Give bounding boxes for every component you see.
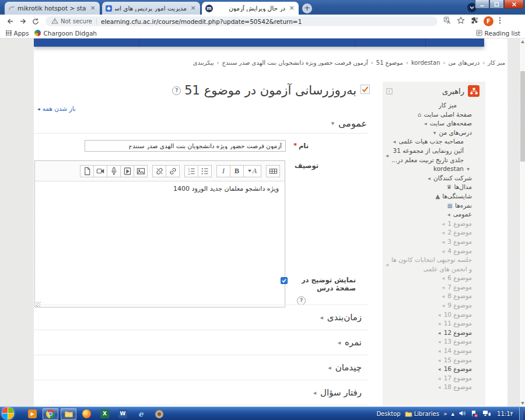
- editor-content[interactable]: ویژه دانشجو معلمان جدید الورود 1400: [35, 181, 285, 307]
- sidebar-item[interactable]: موضوع 10 ◀: [383, 310, 485, 320]
- unlink-button[interactable]: [152, 165, 166, 177]
- sidebar-item[interactable]: نمره‌ها ▦: [383, 201, 485, 211]
- microphone-button[interactable]: [107, 165, 121, 177]
- breadcrumb-item[interactable]: موضوع 51: [376, 60, 403, 66]
- bookmark-star-icon[interactable]: [457, 16, 465, 27]
- url-text[interactable]: elearning.cfu.ac.ir/course/modedit.php?u…: [101, 18, 302, 25]
- dock-block-icon[interactable]: [386, 86, 393, 97]
- sidebar-item[interactable]: صفحه‌های سایت ◀: [383, 119, 485, 128]
- sidebar-item[interactable]: موضوع 17 ◀: [383, 374, 485, 383]
- apps-shortcut[interactable]: Apps: [6, 30, 29, 37]
- sidebar-item[interactable]: مصاحبه جذب هیات علمی ◀: [383, 137, 485, 146]
- action-center-flag-icon[interactable]: [470, 410, 478, 419]
- name-input[interactable]: [85, 140, 286, 152]
- form-section-header[interactable]: چیدمان ◀: [34, 355, 369, 380]
- back-button[interactable]: [4, 16, 16, 27]
- sidebar-item[interactable]: عمومی ◀: [383, 210, 485, 219]
- firefox-taskbar-icon[interactable]: [79, 408, 94, 420]
- sidebar-item[interactable]: موضوع 15 ◀: [383, 356, 485, 365]
- unordered-list-button[interactable]: [198, 165, 212, 177]
- sidebar-item[interactable]: موضوع 13 ◀: [383, 337, 485, 346]
- minimize-button[interactable]: [475, 0, 489, 9]
- address-bar[interactable]: Not secure elearning.cfu.ac.ir/course/mo…: [46, 16, 438, 26]
- form-section-header[interactable]: رفتار سؤال ◀: [34, 380, 369, 405]
- scrollbar-thumb[interactable]: [520, 71, 525, 162]
- sidebar-item[interactable]: آئین رونمایی از مجموعه 31 جلدی تاریخ ترب…: [383, 146, 485, 164]
- translate-icon[interactable]: [443, 16, 452, 27]
- sidebar-item[interactable]: موضوع 18 ◀: [383, 383, 485, 392]
- chrome-taskbar-icon[interactable]: [43, 408, 58, 420]
- tab-chargoon[interactable]: مدیریت امور پردیس های استان کردستان ×: [102, 2, 200, 15]
- sidebar-item[interactable]: درس‌های من ▼: [383, 128, 485, 138]
- sidebar-item[interactable]: موضوع 8 ◀: [383, 292, 485, 301]
- form-section-header[interactable]: نمره ◀: [34, 330, 369, 355]
- tab-close-icon[interactable]: ×: [89, 5, 96, 12]
- sidebar-item[interactable]: موضوع 11 ◀: [383, 319, 485, 328]
- scroll-down-icon[interactable]: [521, 402, 524, 405]
- font-menu-button[interactable]: A: [243, 165, 261, 177]
- show-hidden-icons[interactable]: ▲: [452, 412, 454, 416]
- sidebar-item[interactable]: ▼ kordestan: [383, 164, 485, 174]
- sidebar-item[interactable]: موضوع 2 ◀: [383, 228, 485, 237]
- bold-button[interactable]: B: [230, 165, 244, 177]
- reading-list-button[interactable]: Reading list: [476, 30, 520, 37]
- bookmark-chargoon[interactable]: Chargoon Didgah: [34, 30, 96, 37]
- breadcrumb-item[interactable]: درس‌های من: [448, 60, 480, 66]
- sidebar-item[interactable]: شایستگی‌ها ▲: [383, 192, 485, 201]
- media-button[interactable]: [120, 165, 134, 177]
- italic-button[interactable]: I: [216, 165, 230, 177]
- network-icon[interactable]: [482, 410, 491, 418]
- tab-quiz-edit[interactable]: m در حال ویرایش آزمون ×: [202, 2, 299, 15]
- desktop-toolbar-label[interactable]: Desktop: [376, 411, 400, 417]
- sidebar-item[interactable]: موضوع 16 ◀: [383, 365, 485, 374]
- section-header-general[interactable]: عمومی ▼: [331, 118, 367, 129]
- close-button[interactable]: [504, 0, 524, 9]
- sidebar-item[interactable]: موضوع 12 ◀: [383, 328, 485, 338]
- help-icon[interactable]: ?: [297, 296, 306, 305]
- tab-close-icon[interactable]: ×: [190, 5, 197, 12]
- toggle-toolbar-button[interactable]: [266, 165, 280, 177]
- browser-scrollbar[interactable]: [519, 38, 525, 407]
- sidebar-item[interactable]: جلسه توجیهی انتخابات کانون ها و انجمن ها…: [383, 256, 485, 274]
- breadcrumb-item[interactable]: kordestan: [411, 60, 440, 66]
- start-button[interactable]: [2, 407, 14, 419]
- form-section-header[interactable]: زمان‌بندی ◀: [34, 305, 369, 330]
- help-icon[interactable]: ?: [172, 86, 181, 95]
- ordered-list-button[interactable]: 123: [184, 165, 198, 177]
- profile-avatar[interactable]: F: [484, 16, 494, 26]
- sidebar-item[interactable]: موضوع 7 ◀: [383, 283, 485, 292]
- sidebar-item[interactable]: صفحهٔ اصلی سایت ⌂: [383, 110, 485, 120]
- sidebar-item[interactable]: مدال‌ها ♛: [383, 183, 485, 192]
- image-button[interactable]: [134, 165, 148, 177]
- sidebar-item[interactable]: موضوع 6 ◀: [383, 274, 485, 283]
- media-player-icon[interactable]: ▶: [24, 408, 40, 420]
- sidebar-item[interactable]: موضوع 9 ◀: [383, 301, 485, 310]
- show-description-checkbox[interactable]: [281, 277, 288, 284]
- application-icon[interactable]: [151, 408, 167, 420]
- libraries-toolbar[interactable]: Libraries: [405, 411, 439, 417]
- taskbar-clock[interactable]: 11:1۴: [495, 411, 515, 417]
- sidebar-item[interactable]: موضوع 1 ◀: [383, 219, 485, 229]
- maximize-button[interactable]: [489, 0, 504, 9]
- forward-button[interactable]: [16, 16, 29, 27]
- excel-taskbar-icon[interactable]: X: [97, 408, 113, 420]
- breadcrumb-item[interactable]: میز کار: [488, 60, 505, 66]
- tab-close-icon[interactable]: ×: [288, 5, 295, 12]
- expand-all-link[interactable]: باز شدن همه ◀: [37, 105, 76, 112]
- sidebar-item[interactable]: موضوع 4 ◀: [383, 247, 485, 256]
- sidebar-item[interactable]: موضوع 3 ◀: [383, 237, 485, 247]
- sidebar-item[interactable]: موضوع 14 ◀: [383, 346, 485, 356]
- scroll-up-icon[interactable]: [521, 40, 524, 43]
- breadcrumb-item[interactable]: پیکربندی: [193, 60, 214, 66]
- breadcrumb-item[interactable]: آزمون فرصت حضور ویژه دانشجویان بنت الهدی…: [222, 60, 368, 66]
- word-taskbar-icon[interactable]: W: [115, 408, 131, 420]
- toolbar-overflow-icon[interactable]: »: [443, 410, 447, 418]
- internet-explorer-icon[interactable]: e: [133, 408, 149, 420]
- menu-dots-icon[interactable]: [499, 16, 501, 27]
- file-button[interactable]: [80, 165, 94, 177]
- explorer-taskbar-icon[interactable]: [61, 408, 76, 420]
- tab-mikrotik[interactable]: mikrotik hotspot > status ×: [5, 2, 100, 15]
- video-button[interactable]: [93, 165, 107, 177]
- show-desktop-button[interactable]: [519, 407, 523, 420]
- new-tab-button[interactable]: +: [302, 4, 312, 13]
